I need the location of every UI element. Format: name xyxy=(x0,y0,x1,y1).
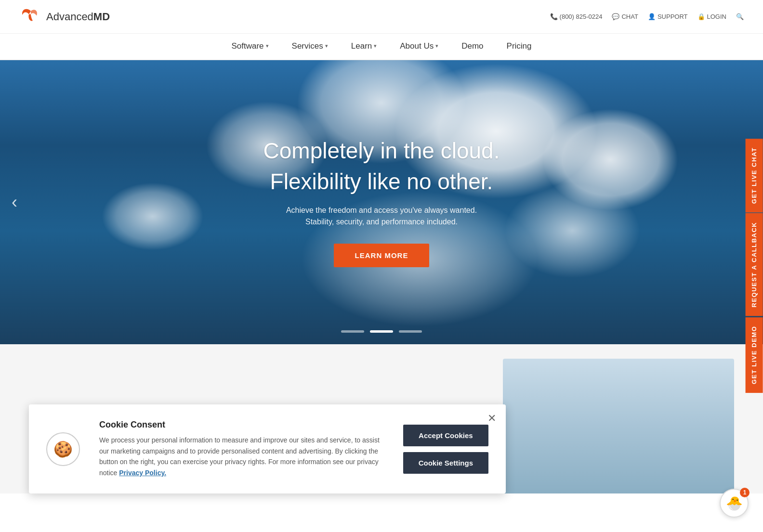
top-right-links: 📞 (800) 825-0224 💬 CHAT 👤 SUPPORT 🔒 LOGI… xyxy=(550,13,744,20)
notification-badge[interactable]: 🐣 1 xyxy=(720,489,749,518)
nav-learn[interactable]: Learn ▾ xyxy=(349,34,379,60)
dot-1[interactable] xyxy=(341,330,364,333)
cookie-text: We process your personal information to … xyxy=(99,435,384,478)
logo-icon xyxy=(19,5,42,28)
lock-icon: 🔒 xyxy=(697,13,705,20)
cookie-body: Cookie Consent We process your personal … xyxy=(99,420,384,478)
notification-count: 1 xyxy=(740,488,750,497)
chevron-down-icon: ▾ xyxy=(435,43,438,49)
chevron-down-icon: ▾ xyxy=(266,43,269,49)
hero-cta-button[interactable]: LEARN MORE xyxy=(334,244,430,267)
logo[interactable]: AdvancedMD xyxy=(19,5,110,28)
search-icon: 🔍 xyxy=(736,13,744,20)
below-hero-image xyxy=(503,359,734,493)
cookie-close-button[interactable]: ✕ xyxy=(487,412,496,425)
chat-link[interactable]: 💬 CHAT xyxy=(612,13,638,20)
side-buttons: GET LIVE CHAT REQUEST A CALLBACK GET LIV… xyxy=(746,138,763,394)
hero-content: Completely in the cloud. Flexibility lik… xyxy=(263,138,500,267)
cookie-title: Cookie Consent xyxy=(99,420,384,430)
support-link[interactable]: 👤 SUPPORT xyxy=(648,13,688,20)
support-icon: 👤 xyxy=(648,13,656,20)
nav-services[interactable]: Services ▾ xyxy=(290,34,330,60)
nav-demo[interactable]: Demo xyxy=(460,34,485,60)
nav-bar: Software ▾ Services ▾ Learn ▾ About Us ▾… xyxy=(0,34,763,60)
notification-icon: 🐣 1 xyxy=(720,489,749,518)
hero-subtitle-line2: Stability, security, and performance inc… xyxy=(263,218,500,226)
cookie-actions: Accept Cookies Cookie Settings xyxy=(403,425,488,474)
hero-dots xyxy=(341,330,422,333)
nav-about[interactable]: About Us ▾ xyxy=(398,34,440,60)
chevron-down-icon: ▾ xyxy=(374,43,377,49)
dot-2[interactable] xyxy=(370,330,393,333)
cookie-icon: 🍪 xyxy=(46,432,80,466)
below-hero-img-placeholder xyxy=(503,359,734,493)
hero-title-line2: Flexibility like no other. xyxy=(263,169,500,195)
chat-icon: 💬 xyxy=(612,13,619,20)
top-bar: AdvancedMD 📞 (800) 825-0224 💬 CHAT 👤 SUP… xyxy=(0,0,763,34)
accept-cookies-button[interactable]: Accept Cookies xyxy=(403,425,488,446)
phone-icon: 📞 xyxy=(550,13,558,20)
phone-link[interactable]: 📞 (800) 825-0224 xyxy=(550,13,603,20)
cookie-consent-dialog: ✕ 🍪 Cookie Consent We process your perso… xyxy=(29,404,506,493)
get-live-chat-button[interactable]: GET LIVE CHAT xyxy=(746,138,763,212)
hero-title-line1: Completely in the cloud. xyxy=(263,138,500,164)
dot-3[interactable] xyxy=(399,330,422,333)
hero-subtitle-line1: Achieve the freedom and access you've al… xyxy=(263,206,500,215)
hero-section: ‹ Completely in the cloud. Flexibility l… xyxy=(0,60,763,344)
nav-pricing[interactable]: Pricing xyxy=(505,34,534,60)
request-callback-button[interactable]: REQUEST A CALLBACK xyxy=(746,213,763,316)
cookie-settings-button[interactable]: Cookie Settings xyxy=(403,452,488,474)
privacy-policy-link[interactable]: Privacy Policy. xyxy=(119,469,166,477)
get-live-demo-button[interactable]: GET LIVE DEMO xyxy=(746,317,763,392)
nav-software[interactable]: Software ▾ xyxy=(229,34,270,60)
search-link[interactable]: 🔍 xyxy=(736,13,744,20)
hero-prev-arrow[interactable]: ‹ xyxy=(12,192,17,212)
login-link[interactable]: 🔒 LOGIN xyxy=(697,13,726,20)
chevron-down-icon: ▾ xyxy=(325,43,328,49)
